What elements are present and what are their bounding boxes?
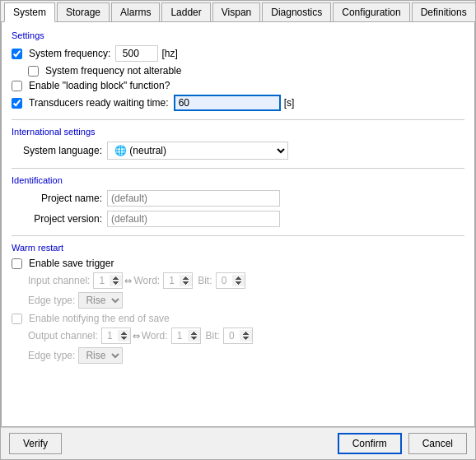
tab-ladder[interactable]: Ladder [161, 2, 210, 21]
tab-vispan[interactable]: Vispan [212, 2, 260, 21]
confirm-button[interactable]: Confirm [338, 433, 402, 454]
main-window: System Storage Alarms Ladder Vispan Diag… [0, 0, 476, 460]
enable-save-trigger-row: Enable save trigger [12, 258, 464, 269]
enable-save-trigger-label: Enable save trigger [12, 258, 114, 269]
not-alterable-row: System frequency not alterable [12, 65, 464, 77]
warm-restart-section: Warm restart Enable save trigger Input c… [12, 243, 464, 364]
international-title: International settings [12, 127, 464, 137]
loading-block-checkbox[interactable] [12, 81, 22, 91]
warm-restart-title: Warm restart [12, 243, 464, 253]
tab-content: Settings System frequency: [hz] System f… [1, 22, 475, 427]
language-label: System language: [12, 145, 102, 156]
loading-block-row: Enable "loading block" function? [12, 80, 464, 91]
enable-notifying-row: Enable notifying the end of save [12, 313, 464, 324]
bit-input-2[interactable] [223, 328, 253, 344]
project-version-input[interactable] [107, 211, 280, 227]
input-channel-label: Input channel: [28, 275, 90, 286]
footer: Verify Confirm Cancel [1, 427, 475, 459]
tab-definitions[interactable]: Definitions [412, 2, 476, 21]
output-channel-row: Output channel: ⇔ Word: Bit: [12, 328, 464, 344]
output-channel-label: Output channel: [28, 330, 98, 342]
enable-save-trigger-checkbox[interactable] [12, 258, 22, 269]
project-name-row: Project name: [12, 190, 464, 207]
project-name-label: Project name: [12, 193, 102, 204]
arrow-icon-1: ⇔ [124, 276, 132, 286]
edge-type-label-1: Edge type: [28, 295, 75, 306]
enable-notifying-checkbox[interactable] [12, 314, 22, 324]
transducers-label: Transducers ready waiting time: [12, 97, 169, 109]
transducers-checkbox[interactable] [12, 98, 22, 109]
edge-type-select-1[interactable]: Rise Fall [78, 292, 123, 309]
arrow-icon-2: ⇔ [133, 331, 140, 342]
input-channel-input[interactable] [93, 272, 123, 289]
system-frequency-checkbox[interactable] [12, 49, 22, 59]
tab-alarms[interactable]: Alarms [111, 2, 160, 21]
word-label-2: Word: [142, 330, 168, 342]
system-frequency-input[interactable] [115, 45, 158, 62]
bit-label-1: Bit: [198, 275, 212, 286]
identification-section: Identification Project name: Project ver… [12, 175, 464, 227]
tab-bar: System Storage Alarms Ladder Vispan Diag… [1, 1, 475, 22]
edge-type-row-1: Edge type: Rise Fall [12, 292, 464, 309]
word-input-1[interactable] [163, 272, 193, 289]
project-version-row: Project version: [12, 211, 464, 227]
system-frequency-row: System frequency: [hz] [12, 45, 464, 62]
language-select[interactable]: 🌐 (neutral) English German French [107, 142, 288, 160]
bit-input-1[interactable] [216, 272, 245, 289]
transducers-row: Transducers ready waiting time: [s] [12, 95, 464, 111]
transducers-input[interactable] [174, 95, 281, 111]
identification-title: Identification [12, 175, 464, 185]
output-channel-input[interactable] [101, 328, 131, 344]
loading-block-label: Enable "loading block" function? [12, 80, 170, 91]
input-channel-row: Input channel: ⇔ Word: Bit: [12, 272, 464, 289]
tab-system[interactable]: System [4, 2, 55, 22]
settings-section: Settings System frequency: [hz] System f… [12, 30, 464, 111]
settings-title: Settings [12, 30, 464, 40]
enable-notifying-label: Enable notifying the end of save [12, 313, 170, 324]
edge-type-row-2: Edge type: Rise Fall [12, 347, 464, 364]
tab-storage[interactable]: Storage [57, 2, 110, 21]
not-alterable-label: System frequency not alterable [28, 65, 181, 77]
edge-type-label-2: Edge type: [28, 350, 75, 361]
cancel-button[interactable]: Cancel [408, 433, 467, 454]
tab-configuration[interactable]: Configuration [333, 2, 409, 21]
not-alterable-checkbox[interactable] [28, 66, 39, 77]
international-section: International settings System language: … [12, 127, 464, 160]
project-name-input[interactable] [107, 190, 280, 207]
system-frequency-label: System frequency: [12, 48, 110, 59]
project-version-label: Project version: [12, 213, 102, 225]
tab-diagnostics[interactable]: Diagnostics [262, 2, 331, 21]
transducers-unit: [s] [284, 97, 295, 109]
verify-button[interactable]: Verify [9, 433, 62, 454]
word-input-2[interactable] [171, 328, 201, 344]
bit-label-2: Bit: [206, 330, 220, 342]
language-row: System language: 🌐 (neutral) English Ger… [12, 142, 464, 160]
word-label-1: Word: [133, 275, 160, 286]
system-frequency-unit: [hz] [161, 48, 177, 59]
edge-type-select-2[interactable]: Rise Fall [78, 347, 123, 364]
